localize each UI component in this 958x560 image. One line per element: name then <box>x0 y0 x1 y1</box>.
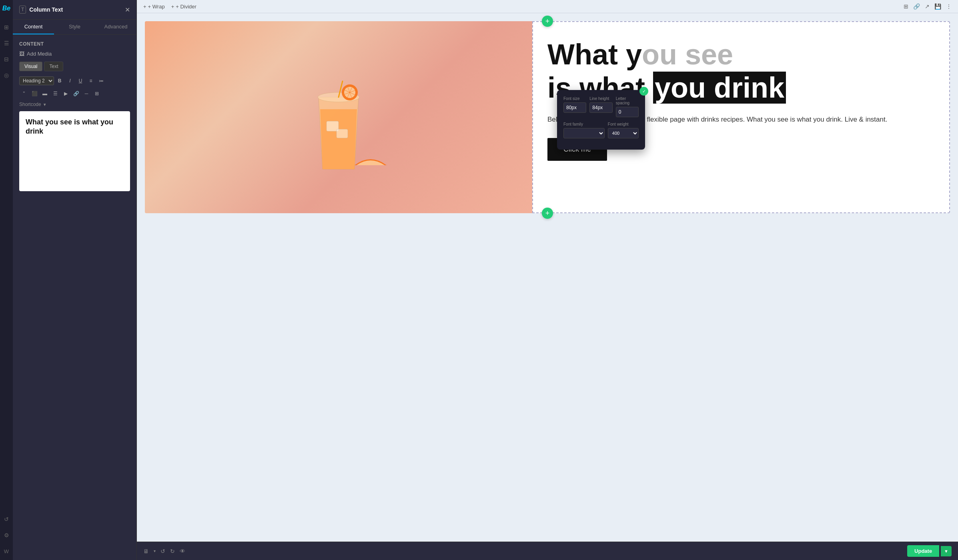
link-icon-button[interactable]: 🔗 <box>913 3 920 10</box>
app-logo: Be <box>2 5 10 12</box>
bold-button[interactable]: B <box>55 76 64 86</box>
letter-spacing-input[interactable] <box>616 107 639 117</box>
shortcode-arrow-icon: ▼ <box>43 102 47 107</box>
section-wrapper: + <box>137 13 958 221</box>
add-row-top-button[interactable]: + <box>542 16 553 27</box>
font-family-select[interactable]: Roboto Open Sans Lato <box>563 128 605 138</box>
drink-scene <box>145 21 532 213</box>
popup-confirm-icon[interactable]: ✓ <box>639 87 648 96</box>
divider-label: + Divider <box>176 4 196 10</box>
panel-tabs: Content Style Advanced <box>13 20 136 35</box>
add-row-bottom-button[interactable]: + <box>542 208 553 219</box>
align-justify-button[interactable]: ☰ <box>50 89 60 98</box>
numbered-list-button[interactable]: ≔ <box>96 76 106 86</box>
tab-style[interactable]: Style <box>54 20 95 34</box>
underline-button[interactable]: U <box>76 76 85 86</box>
text-toolbar: Heading 2 Heading 1 Heading 3 Paragraph … <box>19 76 130 86</box>
shortcode-label: Shortcode <box>19 102 41 107</box>
bottom-left-controls: 🖥 ▾ ↺ ↻ 👁 <box>143 548 185 554</box>
bottom-bar: 🖥 ▾ ↺ ↻ 👁 Update ▼ <box>137 542 958 560</box>
image-column <box>145 21 532 213</box>
add-media-label: Add Media <box>27 51 52 57</box>
close-panel-button[interactable]: ✕ <box>125 6 130 14</box>
text-column: ✓ Font size Line height Letter <box>532 21 950 213</box>
update-dropdown-button[interactable]: ▼ <box>941 546 952 556</box>
undo-button[interactable]: ↺ <box>160 548 165 554</box>
link-button[interactable]: 🔗 <box>71 89 81 98</box>
font-size-label: Font size <box>563 96 586 101</box>
heading-selector[interactable]: Heading 2 Heading 1 Heading 3 Paragraph <box>19 76 54 85</box>
device-preview-icon[interactable]: 🖥 <box>143 548 149 554</box>
tab-content[interactable]: Content <box>13 20 54 34</box>
update-button[interactable]: Update <box>907 545 939 557</box>
sidebar-modules-icon[interactable]: ⊟ <box>2 55 10 63</box>
svg-rect-2 <box>337 129 348 138</box>
wrap-button[interactable]: + + Wrap <box>143 4 165 10</box>
sidebar-history-icon[interactable]: ↺ <box>2 515 10 523</box>
external-link-icon-button[interactable]: ↗ <box>925 3 930 10</box>
plus-icon: + <box>143 4 146 10</box>
plus-icon-2: + <box>171 4 174 10</box>
hr-button[interactable]: ─ <box>82 89 91 98</box>
table-button[interactable]: ⊞ <box>92 89 102 98</box>
toolbar-left-group: + + Wrap + + Divider <box>143 4 196 10</box>
heading-line1: What you see <box>547 38 733 70</box>
panel-header: T Column Text ✕ <box>13 0 136 20</box>
italic-button[interactable]: I <box>65 76 75 86</box>
sidebar-wordpress-icon[interactable]: W <box>2 547 10 555</box>
sidebar-settings-icon[interactable]: ⚙ <box>2 531 10 539</box>
sidebar-pages-icon[interactable]: ☰ <box>2 39 10 47</box>
preview-text: What you see is what you drink <box>26 118 124 136</box>
redo-button[interactable]: ↻ <box>170 548 175 554</box>
grid-icon-button[interactable]: ⊞ <box>904 3 908 10</box>
left-sidebar: Be ⊞ ☰ ⊟ ◎ ↺ ⚙ W <box>0 0 13 560</box>
font-weight-label: Font weight <box>608 122 639 126</box>
add-media-icon: 🖼 <box>19 51 24 57</box>
visual-mode-button[interactable]: Visual <box>19 62 42 71</box>
font-family-label: Font family <box>563 122 605 126</box>
align-left-button[interactable]: ⬛ <box>30 89 39 98</box>
save-icon-button[interactable]: 💾 <box>934 3 941 10</box>
drink-svg <box>291 49 387 185</box>
content-section-label: Content <box>19 41 130 47</box>
font-weight-select[interactable]: 400 300 700 900 <box>608 128 639 138</box>
letter-spacing-label: Letter spacing <box>616 96 639 105</box>
sidebar-global-icon[interactable]: ◎ <box>2 71 10 79</box>
divider-button[interactable]: + + Divider <box>171 4 196 10</box>
top-toolbar: + + Wrap + + Divider ⊞ 🔗 ↗ 💾 ⋮ <box>137 0 958 13</box>
heading-highlight: you drink <box>653 72 786 104</box>
align-center-button[interactable]: ▬ <box>40 89 50 98</box>
preview-settings-icon[interactable]: 👁 <box>180 548 185 554</box>
bullet-list-button[interactable]: ≡ <box>86 76 96 86</box>
line-height-input[interactable] <box>589 102 612 113</box>
line-height-label: Line height <box>589 96 612 101</box>
device-arrow-icon[interactable]: ▾ <box>154 549 156 553</box>
toolbar-right-group: ⊞ 🔗 ↗ 💾 ⋮ <box>904 3 952 10</box>
font-settings-popup: ✓ Font size Line height Letter <box>557 90 645 150</box>
font-size-input[interactable] <box>563 102 586 113</box>
panel-title: Column Text <box>29 6 63 13</box>
shortcode-row: Shortcode ▼ <box>19 102 130 107</box>
text-toolbar-2: " ⬛ ▬ ☰ ▶ 🔗 ─ ⊞ <box>19 89 130 98</box>
more-icon-button[interactable]: ⋮ <box>946 3 952 10</box>
tab-advanced[interactable]: Advanced <box>95 20 136 34</box>
quote-button[interactable]: " <box>19 89 29 98</box>
editor-panel: T Column Text ✕ Content Style Advanced C… <box>13 0 137 560</box>
main-canvas-area: + + Wrap + + Divider ⊞ 🔗 ↗ 💾 ⋮ + <box>137 0 958 560</box>
text-mode-button[interactable]: Text <box>44 62 63 71</box>
content-row: ✓ Font size Line height Letter <box>145 21 950 213</box>
align-right-button[interactable]: ▶ <box>61 89 70 98</box>
panel-body: Content 🖼 Add Media Visual Text Heading … <box>13 35 136 560</box>
canvas-area: + <box>137 13 958 542</box>
bottom-right-controls: Update ▼ <box>907 545 952 557</box>
content-preview-area[interactable]: What you see is what you drink <box>19 111 130 191</box>
element-type-icon: T <box>19 6 26 14</box>
sidebar-layers-icon[interactable]: ⊞ <box>2 23 10 31</box>
wrap-label: + Wrap <box>148 4 165 10</box>
add-media-button[interactable]: 🖼 Add Media <box>19 51 130 57</box>
visual-text-toggle: Visual Text <box>19 62 130 71</box>
